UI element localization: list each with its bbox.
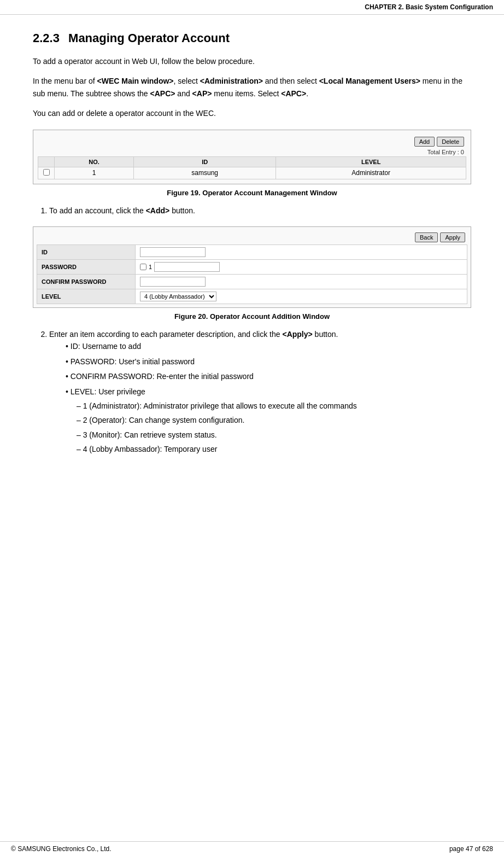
footer-left: © SAMSUNG Electronics Co., Ltd. [11,845,112,853]
sub-admin: 1 (Administrator): Administrator privile… [77,400,471,412]
level-select[interactable]: 4 (Lobby Ambassador) 1 (Administrator) 2… [140,292,216,301]
col-checkbox [38,156,55,167]
step-1: To add an account, click the <Add> butto… [49,205,471,217]
back-button[interactable]: Back [415,232,438,242]
figure-20-container: Back Apply ID PASSWORD [33,226,471,308]
paragraph-1: To add a operator account in Web UI, fol… [33,55,471,67]
label-confirm: CONFIRM PASSWORD [37,274,136,289]
password-checkbox-label: 1 [149,264,152,270]
page-footer: © SAMSUNG Electronics Co., Ltd. page 47 … [0,841,504,856]
figure-19-caption: Figure 19. Operator Account Management W… [33,189,471,197]
bullet-id: ID: Username to add [66,340,471,352]
row-checkbox[interactable] [43,169,50,176]
section-heading: Managing Operator Account [68,31,230,45]
section-title: 2.2.3 Managing Operator Account [33,31,471,45]
figure-19-wrapper: Add Delete Total Entry : 0 NO. ID LEVEL [33,130,471,184]
form-row-confirm: CONFIRM PASSWORD [37,274,467,289]
id-input[interactable] [140,247,206,257]
apply-ref: <Apply> [282,330,312,339]
paragraph-2: In the menu bar of <WEC Main window>, se… [33,75,471,100]
value-password: 1 [136,259,467,274]
label-id: ID [37,244,136,259]
figure-19-container: Add Delete Total Entry : 0 NO. ID LEVEL [33,130,471,184]
add-ref: <Add> [146,206,170,215]
add-button[interactable]: Add [414,137,435,147]
step-2-intro: Enter an item according to each paramete… [49,330,338,339]
sub-lobby: 4 (Lobby Ambassador): Temporary user [77,443,471,455]
sub-monitor: 3 (Monitor): Can retrieve system status. [77,429,471,441]
row-level: Administrator [276,167,466,179]
label-password: PASSWORD [37,259,136,274]
col-id: ID [133,156,276,167]
menu-ref-wec: <WEC Main window> [97,77,174,85]
menu-ref-local: <Local Management Users> [319,77,420,85]
chapter-title: CHAPTER 2. Basic System Configuration [365,3,493,11]
sub-list: 1 (Administrator): Administrator privile… [77,400,471,456]
confirm-password-input[interactable] [140,277,206,287]
figure-20-wrapper: Back Apply ID PASSWORD [33,227,471,307]
label-level: LEVEL [37,289,136,304]
operator-table: NO. ID LEVEL 1 samsung Administrator [38,156,466,179]
row-checkbox-cell[interactable] [38,167,55,179]
form-top-bar: Back Apply [37,230,467,244]
step-2: Enter an item according to each paramete… [49,328,471,456]
figure-20-caption: Figure 20. Operator Account Addition Win… [33,312,471,321]
col-level: LEVEL [276,156,466,167]
total-entry: Total Entry : 0 [38,148,466,156]
paragraph-3: You can add or delete a operator account… [33,107,471,119]
menu-ref-apc2: <APC> [281,89,306,98]
bullet-level: LEVEL: User privilege 1 (Administrator):… [66,386,471,456]
account-form: ID PASSWORD 1 [37,244,467,304]
menu-ref-admin: <Administration> [200,77,263,85]
apply-button[interactable]: Apply [440,232,465,242]
sub-operator: 2 (Operator): Can change system configur… [77,414,471,426]
mgmt-top-bar: Add Delete [38,135,466,148]
value-id [136,244,467,259]
value-confirm [136,274,467,289]
password-checkbox[interactable] [140,264,146,270]
form-row-level: LEVEL 4 (Lobby Ambassador) 1 (Administra… [37,289,467,304]
steps-list: To add an account, click the <Add> butto… [49,205,471,217]
footer-right: page 47 of 628 [449,845,493,853]
value-level: 4 (Lobby Ambassador) 1 (Administrator) 2… [136,289,467,304]
step-1-text: To add an account, click the <Add> butto… [49,206,195,215]
bullet-list: ID: Username to add PASSWORD: User's ini… [66,340,471,455]
table-row: 1 samsung Administrator [38,167,466,179]
menu-ref-apc: <APC> [150,89,175,98]
form-row-id: ID [37,244,467,259]
section-number: 2.2.3 [33,31,60,45]
main-content: 2.2.3 Managing Operator Account To add a… [0,15,504,496]
page-header: CHAPTER 2. Basic System Configuration [0,0,504,15]
row-no: 1 [55,167,134,179]
steps-list-2: Enter an item according to each paramete… [49,328,471,456]
delete-button[interactable]: Delete [437,137,464,147]
password-row: 1 [140,262,462,272]
menu-ref-ap: <AP> [192,89,212,98]
col-no: NO. [55,156,134,167]
row-id: samsung [133,167,276,179]
password-input[interactable] [154,262,220,272]
bullet-password: PASSWORD: User's initial password [66,356,471,368]
form-row-password: PASSWORD 1 [37,259,467,274]
bullet-confirm: CONFIRM PASSWORD: Re-enter the initial p… [66,370,471,382]
